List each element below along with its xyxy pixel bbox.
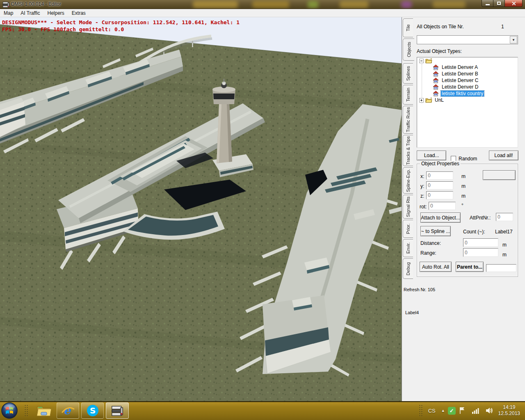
distance-input[interactable] [463, 238, 498, 247]
maximize-button[interactable] [493, 0, 504, 7]
tray-grip[interactable] [419, 404, 423, 417]
tab-tile[interactable]: Tile [403, 18, 413, 37]
to-spline-button[interactable]: ~ to Spline ... [420, 226, 451, 236]
tab-prior[interactable]: Prior. [403, 220, 413, 238]
object-types-tree[interactable]: Letiste Denver A Letiste Denver B Letist… [417, 57, 518, 148]
attach-to-object-button[interactable]: Attach to Object... [420, 212, 461, 223]
x-input[interactable] [426, 171, 453, 180]
editor-side-panel: Tile Objects Splines Terrain Traffic Rul… [402, 17, 525, 401]
x-label: x: [420, 173, 424, 179]
tab-objects[interactable]: Objects [403, 39, 414, 61]
taskbar-ie-button[interactable]: e [57, 402, 79, 419]
tree-item-selected[interactable]: letiste fiktiv country [417, 90, 518, 97]
object-properties-title: Object Properties [420, 161, 461, 167]
z-label: z: [420, 193, 424, 199]
menu-extras[interactable]: Extras [68, 9, 89, 17]
all-objects-label: All Objects on Tile Nr. [417, 24, 464, 30]
refresh-status: Refresh Nr. 105 [404, 287, 435, 292]
rot-input[interactable] [429, 202, 456, 210]
windows-start-icon [1, 402, 18, 419]
volume-icon[interactable] [486, 407, 494, 414]
rot-label: rot: [420, 204, 427, 210]
tree-item[interactable]: Letiste Denver B [417, 71, 518, 77]
tab-terrain[interactable]: Terrain [403, 85, 413, 105]
toolbar-grip[interactable] [24, 404, 28, 417]
parent-to-button[interactable]: Parent to... [456, 262, 484, 272]
clock[interactable]: 14:19 12.5.2013 [498, 404, 520, 417]
parent-to-input[interactable] [486, 264, 516, 272]
count-label: Count (~): [463, 229, 485, 235]
viewport-3d[interactable]: DESIGNMODUS*** - Select Mode - Cursorpos… [0, 17, 402, 401]
tree-root-folder[interactable] [417, 57, 518, 64]
show-hidden-icons-chevron[interactable]: ▲ [441, 409, 445, 413]
y-unit: m [461, 183, 466, 189]
tab-signal-rts[interactable]: Signal Rts [403, 195, 413, 219]
x-unit: m [461, 173, 466, 179]
house-icon [432, 71, 439, 77]
load-all-button[interactable]: Load all! [489, 151, 518, 160]
tab-traffic-rules[interactable]: Traffic Rules [403, 106, 413, 134]
taskbar-skype-button[interactable]: S [81, 402, 104, 419]
load-button[interactable]: Load... [417, 151, 446, 160]
tree-item[interactable]: Letiste Denver D [417, 84, 518, 90]
glass-blob [433, 1, 466, 8]
distance-label: Distance: [420, 240, 441, 246]
tab-envir[interactable]: Envir. [403, 239, 413, 257]
auto-rot-all-button[interactable]: Auto Rot. All [420, 262, 452, 272]
tab-tracks-trips[interactable]: Tracks & Trips [403, 135, 413, 166]
omsi-app-icon [2, 1, 9, 8]
random-label: Random [459, 156, 477, 162]
tray-time: 14:19 [498, 404, 520, 411]
rot-unit: ° [461, 203, 463, 208]
taskbar: e S CS ▲ ✓ [0, 401, 525, 420]
action-center-flag-icon[interactable] [459, 406, 466, 415]
range-label: Range: [420, 250, 436, 256]
taskbar-explorer-icon[interactable] [36, 403, 52, 418]
status-line-1: DESIGNMODUS*** - Select Mode - Cursorpos… [2, 19, 240, 25]
tile-number-value: 1 [501, 24, 504, 30]
menu-ai-traffic[interactable]: AI Traffic [17, 9, 43, 17]
window-title: OMSI 1.00.014 - Editor [11, 1, 61, 7]
status-line-2: FPS: 30.0 - FPS 100fach gemittelt: 0.0 [2, 26, 124, 32]
distance-unit: m [502, 242, 507, 248]
maximize-icon [497, 2, 501, 5]
glass-blob [340, 1, 368, 8]
taskbar-omsi-button[interactable] [106, 402, 129, 419]
internet-explorer-icon: e [61, 404, 75, 417]
collapse-icon[interactable] [419, 59, 424, 63]
menu-map[interactable]: Map [0, 9, 17, 17]
tree-folder-unl[interactable]: UnL [417, 97, 518, 103]
object-types-label: Actual Object Types: [417, 48, 462, 54]
status-overlay: DESIGNMODUS*** - Select Mode - Cursorpos… [2, 19, 240, 33]
attpntnr-input[interactable] [496, 213, 513, 221]
tray-date: 12.5.2013 [498, 411, 520, 417]
y-input[interactable] [426, 181, 453, 189]
tab-spline-exp[interactable]: Spline-Exp. [403, 167, 413, 194]
z-input[interactable] [426, 191, 453, 199]
expand-icon[interactable] [419, 98, 424, 103]
tree-item[interactable]: Letiste Denver A [417, 64, 518, 71]
tree-item[interactable]: Letiste Denver C [417, 77, 518, 84]
house-icon [432, 78, 439, 83]
label4-text: Label4 [405, 310, 419, 315]
tab-strip: Tile Objects Splines Terrain Traffic Rul… [403, 18, 414, 280]
system-tray: CS ▲ ✓ 14:19 12.5.2013 [419, 401, 523, 420]
skype-icon: S [86, 404, 99, 417]
object-properties-group: Object Properties x: m y: m z: m rot: ° … [417, 164, 518, 277]
tab-splines[interactable]: Splines [403, 63, 413, 84]
menu-bar: Map AI Traffic Helpers Extras [0, 9, 525, 17]
tab-debug[interactable]: Debug [403, 258, 413, 279]
viewport-3d-scene [0, 17, 402, 401]
dropdown-arrow-icon[interactable]: ▼ [510, 36, 517, 43]
glass-blob [193, 1, 238, 8]
menu-helpers[interactable]: Helpers [43, 9, 68, 17]
minimize-button[interactable] [482, 0, 493, 7]
skype-tray-icon[interactable]: ✓ [448, 407, 456, 415]
objects-dropdown[interactable]: ▼ [417, 35, 518, 44]
language-indicator[interactable]: CS [428, 408, 436, 414]
close-button[interactable] [504, 0, 523, 7]
start-button[interactable] [1, 402, 18, 419]
range-input[interactable] [463, 248, 498, 257]
network-signal-icon[interactable] [472, 407, 480, 414]
blank-button[interactable] [483, 170, 516, 180]
